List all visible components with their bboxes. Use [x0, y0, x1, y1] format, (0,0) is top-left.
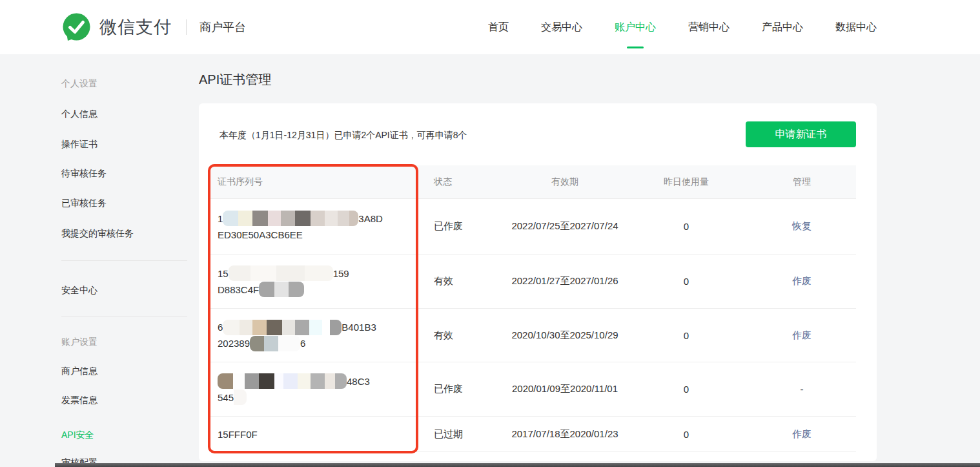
- sidebar-divider: [61, 260, 187, 261]
- portal-name: 商户平台: [199, 19, 246, 35]
- nav-product-center[interactable]: 产品中心: [761, 17, 804, 38]
- nav-data-center[interactable]: 数据中心: [834, 17, 878, 38]
- mosaic-block: [338, 211, 349, 226]
- sidebar-item-pending-review[interactable]: 待审核任务: [61, 168, 107, 180]
- sidebar-item-personal-info[interactable]: 个人信息: [61, 109, 97, 120]
- col-header-status: 状态: [434, 176, 505, 188]
- void-link[interactable]: 作废: [792, 428, 812, 439]
- mosaic-block: [335, 373, 347, 389]
- mosaic-block: [252, 211, 268, 226]
- nav-account-center[interactable]: 账户中心: [613, 17, 657, 38]
- cert-serial: 13A8D ED30E50A3CB6EE: [210, 211, 434, 243]
- mosaic-block: [274, 373, 283, 389]
- cert-status: 有效: [434, 329, 505, 342]
- sidebar-item-invoice-info[interactable]: 发票信息: [61, 395, 97, 406]
- no-action-dash: -: [748, 384, 856, 395]
- mosaic-block: [289, 282, 304, 297]
- mosaic-block: [276, 265, 305, 281]
- mosaic-block: [245, 373, 259, 389]
- void-link[interactable]: 作废: [792, 275, 812, 286]
- nav-home[interactable]: 首页: [487, 17, 510, 38]
- col-header-validity: 有效期: [505, 176, 625, 188]
- mosaic-block: [298, 373, 311, 389]
- table-row: 6B401B3 2023896 有效 2020/10/30至2025/10/29…: [210, 309, 856, 362]
- mosaic-block: [322, 320, 330, 335]
- top-header: 微信支付 商户平台 首页 交易中心 账户中心 营销中心 产品中心 数据中心: [0, 0, 980, 54]
- wechat-pay-logo-icon: [61, 12, 92, 43]
- mosaic-block: [250, 265, 276, 281]
- mosaic-block: [250, 336, 264, 351]
- mosaic-block: [223, 211, 238, 226]
- cert-validity: 2022/01/27至2027/01/26: [505, 275, 625, 287]
- restore-link[interactable]: 恢复: [792, 220, 812, 231]
- table-row: 15FFF0F 已过期 2017/07/18至2020/01/23 0 作废: [210, 417, 856, 452]
- mosaic-block: [282, 320, 295, 335]
- mosaic-block: [264, 336, 278, 351]
- mosaic-block: [349, 211, 358, 226]
- sidebar-item-api-security[interactable]: API安全: [61, 430, 94, 441]
- sidebar-section-personal-settings: 个人设置: [61, 78, 97, 90]
- redaction-mosaic: [259, 282, 304, 297]
- redaction-mosaic: [223, 320, 342, 335]
- page: 微信支付 商户平台 首页 交易中心 账户中心 营销中心 产品中心 数据中心 个人…: [0, 0, 980, 467]
- cert-quota-summary: 本年度（1月1日-12月31日）已申请2个API证书，可再申请8个: [219, 130, 467, 141]
- redaction-mosaic: [229, 265, 333, 281]
- sidebar-item-my-submitted-tasks[interactable]: 我提交的审核任务: [61, 228, 134, 240]
- redaction-mosaic: [234, 389, 247, 405]
- cert-table-header: 证书序列号 状态 有效期 昨日使用量 管理: [210, 165, 856, 199]
- page-title: API证书管理: [199, 71, 271, 88]
- cert-serial: 48C3 545: [210, 373, 434, 406]
- sidebar-item-operation-cert[interactable]: 操作证书: [61, 139, 97, 150]
- cert-validity: 2020/01/09至2020/11/01: [505, 383, 625, 395]
- mosaic-block: [311, 373, 325, 389]
- col-header-manage: 管理: [748, 176, 856, 188]
- void-link[interactable]: 作废: [792, 329, 812, 340]
- mosaic-block: [325, 373, 335, 389]
- mosaic-block: [311, 211, 325, 226]
- col-header-serial: 证书序列号: [210, 174, 434, 190]
- top-navigation: 首页 交易中心 账户中心 营销中心 产品中心 数据中心: [487, 0, 878, 54]
- mosaic-block: [259, 373, 274, 389]
- mosaic-block: [267, 320, 282, 335]
- redaction-mosaic: [218, 373, 347, 389]
- redaction-mosaic: [223, 211, 358, 226]
- cert-validity: 2017/07/18至2020/01/23: [505, 428, 625, 441]
- sidebar-item-merchant-info[interactable]: 商户信息: [61, 366, 97, 377]
- mosaic-block: [233, 373, 245, 389]
- brand: 微信支付 商户平台: [61, 0, 246, 54]
- cert-status: 已作废: [434, 383, 505, 395]
- cert-serial: 15159 D883C4F: [210, 265, 434, 298]
- mosaic-block: [283, 373, 298, 389]
- nav-transaction-center[interactable]: 交易中心: [540, 17, 584, 38]
- mosaic-block: [259, 282, 274, 297]
- cert-status: 有效: [434, 275, 505, 287]
- sidebar-item-security-center[interactable]: 安全中心: [61, 285, 97, 296]
- table-row: 13A8D ED30E50A3CB6EE 已作废 2022/07/25至2027…: [210, 199, 856, 254]
- mosaic-block: [295, 211, 311, 226]
- sidebar-section-account-settings: 账户设置: [61, 337, 97, 348]
- mosaic-block: [281, 211, 295, 226]
- mosaic-block: [309, 320, 322, 335]
- mosaic-block: [252, 320, 267, 335]
- col-header-usage: 昨日使用量: [625, 176, 748, 188]
- sidebar-divider: [61, 316, 187, 317]
- cert-serial: 15FFF0F: [210, 426, 434, 442]
- mosaic-block: [229, 265, 250, 281]
- mosaic-block: [295, 320, 309, 335]
- mosaic-block: [274, 282, 289, 297]
- cert-usage: 0: [625, 330, 748, 341]
- cert-status: 已作废: [434, 220, 505, 233]
- mosaic-block: [234, 389, 247, 405]
- sidebar-item-reviewed-tasks[interactable]: 已审核任务: [61, 198, 107, 209]
- apply-new-cert-button[interactable]: 申请新证书: [746, 121, 856, 147]
- mosaic-block: [218, 373, 233, 389]
- table-row: 15159 D883C4F 有效 2022/01/27至2027/01/26 0…: [210, 254, 856, 309]
- cert-usage: 0: [625, 221, 748, 232]
- mosaic-block: [240, 320, 252, 335]
- nav-marketing-center[interactable]: 营销中心: [687, 17, 731, 38]
- mosaic-block: [268, 211, 281, 226]
- cert-usage: 0: [625, 384, 748, 395]
- cert-table: 证书序列号 状态 有效期 昨日使用量 管理 13A8D ED30E50A3CB6…: [210, 165, 856, 452]
- mosaic-block: [330, 320, 342, 335]
- mosaic-block: [305, 265, 333, 281]
